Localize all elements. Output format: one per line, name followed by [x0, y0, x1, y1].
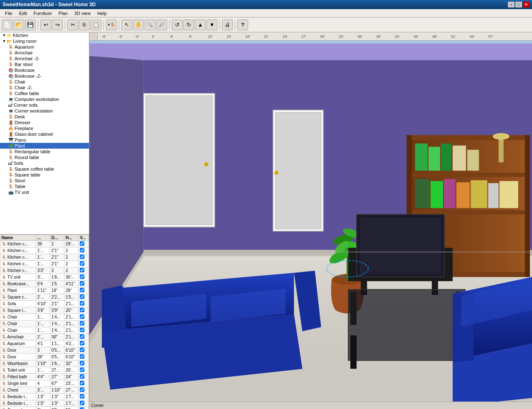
prop-visible[interactable]	[79, 254, 89, 261]
print-button[interactable]: 🖨	[222, 20, 233, 30]
tree-item-armchair2[interactable]: 🪑 Armchair -2-	[0, 56, 89, 61]
tree-item-armchair[interactable]: 🪑 Armchair	[0, 50, 89, 56]
prop-visible[interactable]	[79, 241, 89, 247]
minimize-button[interactable]: −	[508, 2, 515, 7]
table-row[interactable]: 🪑 Toilet unit 1'... 27... 20'...	[0, 367, 89, 374]
prop-visible[interactable]	[79, 354, 89, 360]
table-row[interactable]: 🪑 Kitchen c... 3'3" 2 2	[0, 267, 89, 274]
menu-edit[interactable]: Edit	[16, 10, 30, 17]
tree-item-barstool[interactable]: 🪑 Bar stool	[0, 61, 89, 67]
table-row[interactable]: 🪑 Kitchen c... 39 2 29'...	[0, 241, 89, 247]
prop-visible[interactable]	[79, 294, 89, 301]
prop-visible[interactable]	[79, 394, 89, 400]
prop-visible[interactable]	[79, 281, 89, 287]
col-depth[interactable]: D...	[50, 235, 64, 241]
expand-livingroom[interactable]: ▼	[2, 39, 7, 43]
table-row[interactable]: 🪑 Chair 1'... 1'4... 2'1...	[0, 321, 89, 327]
expand-kitchen[interactable]: ▼	[2, 33, 7, 37]
undo-button[interactable]: ↩	[40, 20, 51, 30]
prop-visible[interactable]	[79, 287, 89, 294]
tree-item-squaretable[interactable]: 🪑 Square table	[0, 172, 89, 178]
table-row[interactable]: 🪑 Bedside t... 1'3" 1'3" 1'7...	[0, 394, 89, 400]
prop-visible[interactable]	[79, 400, 89, 407]
table-row[interactable]: 🪑 Square t... 3'9" 3'9" 25"	[0, 307, 89, 314]
menu-plan[interactable]: Plan	[55, 10, 71, 17]
table-row[interactable]: 🪑 Corner b... 6'... 6'9... 5'1	[0, 407, 89, 409]
tree-item-roundtable[interactable]: 🪑 Round table	[0, 154, 89, 160]
save-button[interactable]: 💾	[25, 20, 36, 30]
col-name[interactable]: Name	[0, 235, 36, 241]
tree-item-dresser[interactable]: 🚪 Dresser	[0, 120, 89, 125]
prop-visible[interactable]	[79, 314, 89, 321]
tree-item-bookcase2[interactable]: 📚 Bookcase -2-	[0, 73, 89, 79]
zoom-in-button[interactable]: 🔍	[145, 20, 155, 30]
prop-visible[interactable]	[79, 274, 89, 281]
prop-visible[interactable]	[79, 367, 89, 374]
redo-button[interactable]: ↪	[52, 20, 63, 30]
tree-item-table[interactable]: 🪑 Table	[0, 184, 89, 189]
tree-item-bookcase[interactable]: 📚 Bookcase	[0, 67, 89, 73]
prop-visible[interactable]	[79, 307, 89, 314]
table-row[interactable]: 🪑 Kitchen c... 1'... 2'1" 2	[0, 247, 89, 254]
table-row[interactable]: 🪑 Chest 3'... 1'10" 27'...	[0, 387, 89, 394]
copy-button[interactable]: ⎘	[79, 20, 90, 30]
table-row[interactable]: 🪑 TV unit 3'... 1'8... 30'...	[0, 274, 89, 281]
prop-visible[interactable]	[79, 374, 89, 380]
properties-panel[interactable]: Name ... D... H... V... 🪑 Kitchen c... 3…	[0, 235, 89, 409]
tree-item-cornersofa[interactable]: 🛋 Corner sofa	[0, 102, 89, 108]
table-row[interactable]: 🪑 Door 26" 0'5... 6'10"	[0, 354, 89, 360]
rotate-camera-up-button[interactable]: ▲	[195, 20, 206, 30]
prop-visible[interactable]	[79, 247, 89, 254]
table-row[interactable]: 🪑 Door 3 0'5... 6'10"	[0, 347, 89, 354]
prop-visible[interactable]	[79, 360, 89, 367]
menu-help[interactable]: Help	[94, 10, 110, 17]
zoom-out-button[interactable]: 🔎	[156, 20, 167, 30]
rotate-camera-left-button[interactable]: ↺	[172, 20, 182, 30]
furniture-tree[interactable]: ▼ 📁 Kitchen ▼ 📂 Living room 🪑 Aquarium 🪑…	[0, 32, 89, 235]
open-button[interactable]: 📂	[13, 20, 24, 30]
table-row[interactable]: 🪑 Chair 1'... 1'4... 2'1...	[0, 327, 89, 334]
table-row[interactable]: 🪑 Armchair 2'... 30" 2'1...	[0, 334, 89, 340]
rotate-camera-right-button[interactable]: ↻	[183, 20, 194, 30]
prop-visible[interactable]	[79, 267, 89, 274]
prop-visible[interactable]	[79, 321, 89, 327]
table-row[interactable]: 🪑 Washbasin 1'10" 1'6... 32"	[0, 360, 89, 367]
prop-visible[interactable]	[79, 380, 89, 387]
col-height[interactable]: H...	[64, 235, 79, 241]
table-row[interactable]: 🪑 Chair 1'... 1'4... 2'1...	[0, 314, 89, 321]
prop-visible[interactable]	[79, 334, 89, 340]
tree-item-chair2[interactable]: 🪑 Chair -2-	[0, 85, 89, 91]
tree-item-plant[interactable]: 🌿 Plant	[0, 143, 89, 149]
tree-item-livingroom[interactable]: ▼ 📂 Living room	[0, 38, 89, 44]
col-visible[interactable]: V...	[79, 235, 89, 241]
col-width[interactable]: ...	[36, 235, 50, 241]
tree-item-desk[interactable]: 🪑 Desk	[0, 114, 89, 120]
menu-file[interactable]: File	[2, 10, 16, 17]
help-button[interactable]: ?	[237, 20, 248, 30]
tree-item-chair[interactable]: 🪑 Chair	[0, 79, 89, 85]
table-row[interactable]: 🪑 Sofa 4'10" 2'1" 2'1...	[0, 301, 89, 307]
menu-3dview[interactable]: 3D view	[71, 10, 94, 17]
table-row[interactable]: 🪑 Aquarium 4'1 1'1... 4'2...	[0, 340, 89, 347]
prop-visible[interactable]	[79, 301, 89, 307]
prop-visible[interactable]	[79, 327, 89, 334]
table-row[interactable]: 🪑 Square c... 2'... 2'2... 1'5...	[0, 294, 89, 301]
tree-item-squarecoffeetable[interactable]: 🪑 Square coffee table	[0, 166, 89, 172]
table-row[interactable]: 🪑 Kitchen c... 1'... 2'1" 2	[0, 254, 89, 261]
paste-button[interactable]: 📋	[91, 20, 101, 30]
table-row[interactable]: 🪑 Fitted bath 4'4" 27" 24"	[0, 374, 89, 380]
tree-item-sofa[interactable]: 🛋 Sofa	[0, 160, 89, 166]
menu-furniture[interactable]: Furniture	[30, 10, 55, 17]
table-row[interactable]: 🪑 Plant 1'11" 18" 28"	[0, 287, 89, 294]
tree-item-rectangulartable[interactable]: 🪑 Rectangular table	[0, 149, 89, 154]
prop-visible[interactable]	[79, 347, 89, 354]
add-furniture-button[interactable]: +🪑	[106, 20, 117, 30]
tree-item-aquarium[interactable]: 🪑 Aquarium	[0, 44, 89, 50]
close-button[interactable]: ✕	[523, 2, 530, 7]
tree-item-cornerworkstation[interactable]: 💻 Corner workstation	[0, 108, 89, 114]
tree-item-fireplace[interactable]: 🔥 Fireplace	[0, 125, 89, 131]
tree-item-tvunit[interactable]: 📺 TV unit	[0, 189, 89, 195]
pan-button[interactable]: ✋	[133, 20, 144, 30]
prop-visible[interactable]	[79, 407, 89, 409]
tree-item-computerworkstation[interactable]: 💻 Computer workstation	[0, 96, 89, 102]
